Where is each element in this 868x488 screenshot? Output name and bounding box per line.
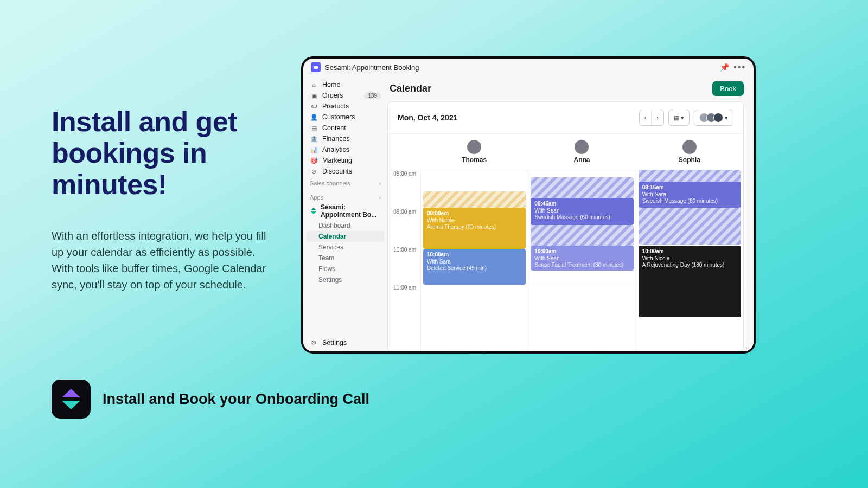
event-service: Aroma Therapy (60 minutes) [427,224,522,231]
orders-icon: ▣ [310,92,318,99]
marketing-stage: Install and get bookings in minutes! Wit… [0,0,868,488]
sidebar-item-marketing[interactable]: 🎯Marketing [307,155,384,166]
sidebar-item-home[interactable]: ⌂Home [307,79,384,90]
footer-cta-text: Install and Book your Onboarding Call [103,391,369,408]
calendar-event[interactable]: 09:00amWith NicoleAroma Therapy (60 minu… [423,208,526,249]
sidebar-item-orders[interactable]: ▣Orders139 [307,90,384,101]
sidebar-item-products[interactable]: 🏷Products [307,101,384,112]
calendar-card: Mon, Oct 4, 2021 ‹ › ▦▾ [387,101,744,351]
app-window: Sesami: Appointment Booking 📌 ••• ⌂Home▣… [301,56,756,354]
event-with: With Sara [427,259,522,266]
sidebar-item-analytics[interactable]: 📊Analytics [307,144,384,155]
calendar-event[interactable]: 10:00amWith SaraDeleted Service (45 min) [423,249,526,285]
sidebar-subitem-services[interactable]: Services [307,242,384,253]
chevron-right-icon: › [379,181,381,187]
avatar-stack [699,113,723,123]
marketing-icon: 🎯 [310,157,318,164]
event-service: Swedish Massage (60 minutes) [534,214,629,221]
section-sales-channels[interactable]: Sales channels › [307,177,384,188]
content-icon: ▤ [310,124,318,132]
sidebar-item-customers[interactable]: 👤Customers [307,112,384,123]
book-button[interactable]: Book [712,81,744,96]
app-logo-icon [52,380,91,419]
buffer-band [423,191,526,208]
time-label: 10:00 am [388,246,420,284]
time-label: 11:00 am [388,284,420,322]
person-name: Anna [573,156,590,164]
event-service: A Rejuvenating Day (180 minutes) [642,262,737,269]
buffer-band [531,225,633,246]
avatar [575,140,589,154]
time-label: 08:00 am [388,170,420,208]
calendar-event[interactable]: 08:15amWith SaraSwedish Massage (60 minu… [639,182,741,208]
chevron-down-icon: ▾ [725,114,728,121]
gear-icon: ⚙ [310,339,318,346]
titlebar: Sesami: Appointment Booking 📌 ••• [303,59,754,76]
view-picker[interactable]: ▦▾ [668,110,690,126]
calendar-column: 09:00amWith NicoleAroma Therapy (60 minu… [420,170,528,351]
pin-icon[interactable]: 📌 [720,63,729,72]
event-with: With Nicole [642,255,737,262]
sidebar-item-content[interactable]: ▤Content [307,123,384,133]
event-time: 08:45am [534,201,629,208]
date-nav-group: ‹ › [639,110,664,126]
event-with: With Sara [642,191,737,198]
hero-body: With an effortless integration, we help … [52,228,279,293]
svg-rect-1 [314,66,318,69]
event-with: With Nicole [427,217,522,224]
event-service: Deleted Service (45 min) [427,265,522,272]
orders-badge: 139 [364,92,381,99]
customers-icon: 👤 [310,113,318,121]
main-panel: Calendar Book Mon, Oct 4, 2021 ‹ › ▦▾ [387,76,754,351]
calendar-event[interactable]: 10:00amWith SeanSense Facial Treatment (… [531,246,633,271]
time-label: 09:00 am [388,208,420,246]
chevron-down-icon: ▾ [681,114,684,121]
person-header: Anna [528,134,635,170]
calendar-column: 08:45amWith SeanSwedish Massage (60 minu… [528,170,635,351]
chevron-right-icon: › [379,195,381,201]
sidebar-subitem-dashboard[interactable]: Dashboard [307,220,384,231]
buffer-band [639,208,741,245]
sesami-logo-icon [310,207,317,215]
footer-cta: Install and Book your Onboarding Call [52,380,369,419]
sidebar-subitem-flows[interactable]: Flows [307,264,384,274]
more-icon[interactable]: ••• [733,62,746,72]
calendar-event[interactable]: 10:00amWith NicoleA Rejuvenating Day (18… [639,246,741,317]
next-day-button[interactable]: › [652,110,663,125]
event-service: Swedish Massage (60 minutes) [642,198,737,205]
sidebar-settings[interactable]: ⚙ Settings [307,337,384,348]
event-time: 10:00am [427,252,522,259]
calendar-column: 08:15amWith SaraSwedish Massage (60 minu… [636,170,743,351]
sidebar-item-discounts[interactable]: ⊘Discounts [307,166,384,177]
sidebar-item-finances[interactable]: 🏦Finances [307,133,384,144]
calendar-event[interactable]: 08:45amWith SeanSwedish Massage (60 minu… [531,198,633,225]
person-name: Thomas [462,156,487,164]
prev-day-button[interactable]: ‹ [640,110,652,125]
avatar [467,140,481,154]
discounts-icon: ⊘ [310,168,318,175]
titlebar-app-icon [311,62,321,72]
people-filter[interactable]: ▾ [694,110,733,126]
chevron-left-icon: ‹ [644,114,647,121]
titlebar-title: Sesami: Appointment Booking [325,63,419,72]
sidebar-subitem-calendar[interactable]: Calendar [307,231,384,242]
event-service: Sense Facial Treatment (30 minutes) [534,262,629,269]
current-date: Mon, Oct 4, 2021 [398,113,457,122]
products-icon: 🏷 [310,102,318,110]
section-apps[interactable]: Apps › [307,191,384,202]
finances-icon: 🏦 [310,135,318,143]
event-time: 08:15am [642,184,737,191]
person-header: Thomas [420,134,528,170]
person-name: Sophia [679,156,700,164]
sidebar-subitem-team[interactable]: Team [307,253,384,264]
event-time: 09:00am [427,210,522,217]
page-title: Calendar [390,83,431,94]
event-with: With Sean [534,255,629,262]
person-header: Sophia [636,134,743,170]
sidebar-app-entry[interactable]: Sesami: Appointment Bo... [307,202,384,220]
buffer-band [639,170,741,182]
event-time: 10:00am [642,248,737,255]
chevron-right-icon: › [656,114,659,121]
hero-title: Install and get bookings in minutes! [52,106,274,201]
sidebar-subitem-settings[interactable]: Settings [307,274,384,285]
